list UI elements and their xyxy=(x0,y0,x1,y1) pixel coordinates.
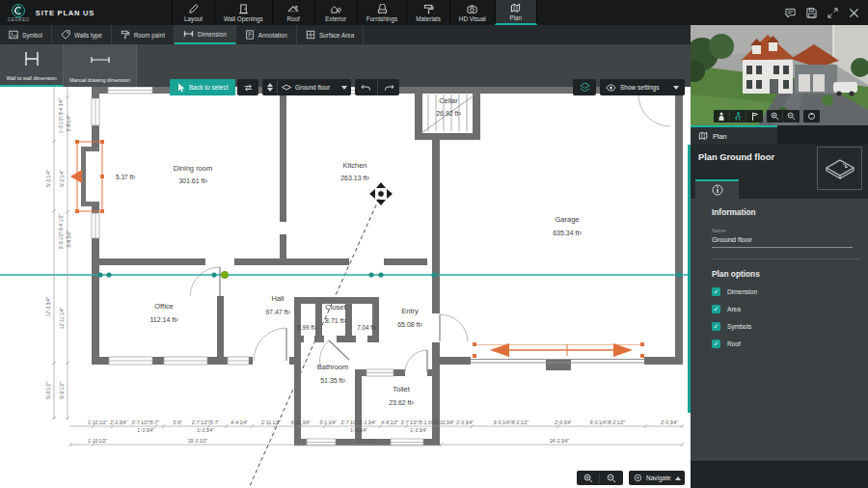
floor-plan-drawing[interactable]: 5.37 ft² xyxy=(0,87,691,488)
tab-annotation[interactable]: Annotation xyxy=(236,25,297,44)
zoom-in-button[interactable] xyxy=(577,474,600,483)
undo-button[interactable] xyxy=(355,79,377,95)
svg-text:3'-6": 3'-6" xyxy=(173,420,182,425)
name-field[interactable]: Ground floor xyxy=(712,235,853,248)
svg-text:24'-2 3/4": 24'-2 3/4" xyxy=(550,439,570,444)
rotate-plan-button[interactable] xyxy=(237,79,258,95)
svg-text:2'-5 1/2"/3'-4 1/2": 2'-5 1/2"/3'-4 1/2" xyxy=(59,213,64,249)
layers-icon xyxy=(580,82,590,93)
note-icon xyxy=(245,30,255,40)
manual-drawing-dimension-button[interactable]: Manual drawing dimension xyxy=(64,44,137,87)
fireplace-arrow xyxy=(70,170,82,183)
info-icon xyxy=(712,184,723,196)
selected-fireplace-symbol[interactable]: 5.37 ft² xyxy=(70,140,136,213)
floor-plan-canvas[interactable]: 5.37 ft² xyxy=(0,87,691,488)
room-area: 8.71 ft² xyxy=(325,317,346,324)
nav-item-hd-visual[interactable]: HD Visual xyxy=(449,0,495,25)
option-dimension[interactable]: ✓ Dimension xyxy=(712,287,854,296)
svg-text:17'-3 3/4": 17'-3 3/4" xyxy=(46,297,51,317)
room-area: 65.08 ft² xyxy=(397,321,422,328)
svg-text:15'-1 1/2": 15'-1 1/2" xyxy=(357,439,377,444)
svg-text:2'-0 3/4": 2'-0 3/4" xyxy=(661,420,678,425)
panel-footer xyxy=(691,461,868,488)
tab-dimension[interactable]: Dimension xyxy=(175,25,236,44)
floor-selector[interactable]: Ground floor xyxy=(262,79,351,95)
map-icon xyxy=(698,131,708,141)
feedback-icon[interactable] xyxy=(785,8,796,18)
floor-thumbnail[interactable] xyxy=(817,147,862,190)
zoom-controls xyxy=(577,471,623,485)
panel-title: Plan Ground floor xyxy=(698,152,774,162)
svg-text:6'-11 3/4": 6'-11 3/4" xyxy=(291,420,311,425)
tab-room-paint[interactable]: Room paint xyxy=(112,25,175,44)
svg-text:5'-0 1/2": 5'-0 1/2" xyxy=(46,382,51,399)
walk-view-button[interactable] xyxy=(730,110,746,122)
door-icon xyxy=(238,4,249,14)
nav-item-wall-openings[interactable]: Wall Openings xyxy=(214,0,272,25)
preview-zoom-out-button[interactable] xyxy=(783,110,800,122)
svg-text:2'-0 3/4": 2'-0 3/4" xyxy=(456,420,474,425)
windows xyxy=(92,87,423,446)
option-roof[interactable]: ✓ Roof xyxy=(712,339,854,348)
grid-icon xyxy=(306,30,315,40)
checkbox-checked-icon[interactable]: ✓ xyxy=(712,322,720,331)
option-area[interactable]: ✓ Area xyxy=(712,305,854,313)
show-settings-button[interactable]: Show settings xyxy=(600,79,685,95)
room-area: 112.14 ft² xyxy=(149,316,178,323)
armchair-icon xyxy=(377,4,388,14)
application-window: CEDREO SITE PLAN US Layout Wall Openings… xyxy=(0,0,868,488)
move-cursor-icon xyxy=(369,182,393,205)
option-symbols[interactable]: ✓ Symbols xyxy=(712,322,854,331)
aerial-view-button[interactable] xyxy=(746,110,763,122)
garage-door-symbol[interactable] xyxy=(473,342,644,358)
orbit-view-button[interactable] xyxy=(803,110,820,122)
fullscreen-icon[interactable] xyxy=(827,8,838,18)
close-icon[interactable] xyxy=(849,8,859,18)
window-controls xyxy=(785,0,868,25)
dimension-text-sub: 1'-3 3/4" 1'-3 3/4" 1'-3 3/4" 1'-3 3/4" xyxy=(137,428,427,433)
brand-block: CEDREO SITE PLAN US xyxy=(0,0,145,25)
active-node-green[interactable] xyxy=(221,271,228,278)
tab-walls-type[interactable]: Walls type xyxy=(52,25,112,44)
room-name: Entry xyxy=(401,307,419,315)
svg-text:9'-0 1/4"/8'-2 1/2": 9'-0 1/4"/8'-2 1/2" xyxy=(590,420,626,425)
cedreo-logo-icon xyxy=(11,3,26,18)
tab-surface-area[interactable]: Surface Area xyxy=(297,25,364,44)
house-3d-preview[interactable] xyxy=(691,25,868,125)
panel-scrollbar[interactable] xyxy=(688,145,691,413)
person-view-button[interactable] xyxy=(714,110,730,122)
tab-information[interactable] xyxy=(695,179,739,199)
navigate-button[interactable]: Navigate xyxy=(629,471,685,485)
top-navigation: Layout Wall Openings Roof Exterior Furni… xyxy=(172,0,537,25)
nav-item-layout[interactable]: Layout xyxy=(172,0,214,25)
name-label: Name xyxy=(712,228,854,233)
nav-item-roof[interactable]: Roof xyxy=(272,0,314,25)
dimension-line-teal[interactable] xyxy=(0,271,691,278)
nav-item-exterior[interactable]: Exterior xyxy=(314,0,357,25)
checkbox-checked-icon[interactable]: ✓ xyxy=(712,339,720,348)
tab-plan-panel[interactable]: Plan xyxy=(691,125,777,145)
room-name: Bathroom xyxy=(317,363,349,371)
fireplace-area-label: 5.37 ft² xyxy=(116,174,136,180)
svg-text:2'-7 1/2"/5'-7": 2'-7 1/2"/5'-7" xyxy=(132,420,160,425)
floor-stepper[interactable] xyxy=(262,79,277,95)
symbol-icon xyxy=(9,30,18,40)
checkbox-checked-icon[interactable]: ✓ xyxy=(712,287,720,296)
back-to-select-button[interactable]: Back to select xyxy=(170,79,235,95)
chevron-down-icon xyxy=(341,86,347,90)
room-area: 26.92 ft² xyxy=(436,110,461,117)
nav-item-materials[interactable]: Materials xyxy=(406,0,449,25)
zoom-out-button[interactable] xyxy=(600,474,622,483)
wall-to-wall-dimension-button[interactable]: Wall to wall dimension xyxy=(0,44,64,87)
redo-button[interactable] xyxy=(378,79,399,95)
nav-item-furnishings[interactable]: Furnishings xyxy=(357,0,407,25)
room-name: Garage xyxy=(555,215,579,224)
layers-button[interactable] xyxy=(573,79,596,95)
preview-zoom-in-button[interactable] xyxy=(767,110,783,122)
ruler-icon xyxy=(183,29,194,39)
svg-text:1'-10 1/2": 1'-10 1/2" xyxy=(88,420,108,425)
save-icon[interactable] xyxy=(806,8,817,18)
tab-symbol[interactable]: Symbol xyxy=(0,25,52,44)
nav-item-plan[interactable]: Plan xyxy=(495,0,537,25)
checkbox-checked-icon[interactable]: ✓ xyxy=(712,305,720,313)
